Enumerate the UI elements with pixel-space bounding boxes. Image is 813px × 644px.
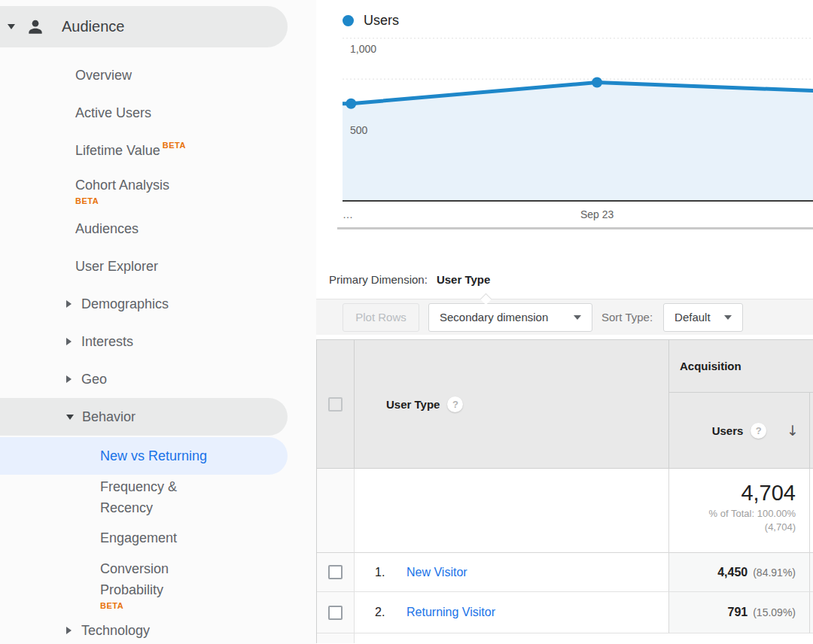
y-axis-label: 1,000 — [350, 43, 376, 55]
ga-audience-screen: Audience Overview Active Users Lifetime … — [0, 0, 813, 644]
chevron-right-icon — [66, 375, 72, 383]
dimension-column-header: User Type ? — [355, 340, 669, 469]
table-row: 1. New Visitor — [355, 553, 669, 592]
primary-dimension-label: Primary Dimension: — [329, 273, 428, 286]
sidebar-item-new-vs-returning[interactable]: New vs Returning — [0, 437, 288, 475]
series-dot-icon — [343, 15, 354, 26]
sidebar-section-audience[interactable]: Audience — [0, 6, 288, 47]
beta-badge: BETA — [163, 141, 186, 150]
summary-users-cell: 4,704 % of Total: 100.00% (4,704) — [669, 469, 810, 553]
report-toolbar: Plot Rows Secondary dimension Sort Type:… — [316, 299, 813, 335]
row-users-cell: 791 (15.09%) — [669, 592, 810, 633]
sidebar-item-behavior[interactable]: Behavior — [0, 398, 288, 436]
chart-legend: Users — [316, 0, 813, 30]
select-all-checkbox[interactable] — [328, 397, 343, 412]
summary-checkbox-cell — [317, 469, 355, 553]
sort-type-label: Sort Type: — [601, 311, 653, 324]
sort-desc-icon[interactable]: ↓ — [787, 422, 799, 439]
row-sliver — [810, 553, 813, 592]
table-row: 2. Returning Visitor — [355, 592, 669, 633]
help-icon[interactable]: ? — [751, 423, 766, 439]
secondary-dimension-dropdown[interactable]: Secondary dimension — [428, 303, 592, 332]
sidebar-item-active-users[interactable]: Active Users — [0, 94, 316, 132]
table-footer — [317, 633, 355, 643]
row-checkbox-cell — [317, 592, 355, 633]
sidebar-section-label: Audience — [62, 18, 124, 35]
users-line-chart — [343, 30, 813, 202]
summary-dimension-cell — [355, 469, 669, 553]
table-footer — [355, 633, 813, 643]
sidebar-item-frequency-recency[interactable]: Frequency & Recency — [0, 475, 316, 520]
summary-sliver — [810, 469, 813, 553]
row-index: 1. — [375, 566, 406, 579]
sidebar-item-geo[interactable]: Geo — [0, 360, 316, 398]
row-users-cell: 4,450 (84.91%) — [669, 553, 810, 592]
sort-type-dropdown[interactable]: Default — [663, 303, 743, 332]
sidebar-items: Overview Active Users Lifetime ValueBETA… — [0, 56, 316, 644]
y-axis-label: 500 — [350, 124, 367, 136]
users-column-header[interactable]: Users ? ↓ — [669, 393, 810, 469]
sidebar: Audience Overview Active Users Lifetime … — [0, 0, 316, 644]
chevron-right-icon — [66, 627, 72, 634]
sidebar-item-user-explorer[interactable]: User Explorer — [0, 248, 316, 285]
row-checkbox[interactable] — [328, 606, 343, 620]
pct-of-total-value: (4,704) — [765, 521, 796, 533]
sidebar-item-demographics[interactable]: Demographics — [0, 285, 316, 323]
row-index: 2. — [375, 606, 406, 619]
users-chart: Users 1,000500 …Sep 23 — [316, 0, 813, 229]
sidebar-item-conversion-probability[interactable]: Conversion Probability BETA — [0, 556, 316, 612]
sidebar-item-overview[interactable]: Overview — [0, 56, 316, 94]
collapse-arrow-icon — [8, 24, 15, 29]
header-checkbox-cell — [317, 340, 355, 469]
beta-badge: BETA — [75, 196, 99, 205]
plot-rows-button[interactable]: Plot Rows — [343, 303, 419, 332]
primary-dimension-row: Primary Dimension: User Type — [316, 260, 813, 299]
acquisition-group-header: Acquisition — [669, 340, 813, 393]
row-checkbox-cell — [317, 553, 355, 592]
sidebar-item-cohort-analysis[interactable]: Cohort Analysis BETA — [0, 169, 316, 210]
row-checkbox[interactable] — [328, 565, 343, 579]
sidebar-item-lifetime-value[interactable]: Lifetime ValueBETA — [0, 132, 316, 169]
chart-plot-area: 1,000500 — [343, 30, 813, 202]
legend-label: Users — [364, 13, 399, 29]
next-column-sliver — [810, 393, 813, 469]
audience-person-icon — [26, 17, 45, 37]
x-axis-label: Sep 23 — [580, 208, 614, 220]
beta-badge: BETA — [100, 601, 123, 610]
sidebar-item-engagement[interactable]: Engagement — [0, 520, 316, 556]
report-table: User Type ? Acquisition Users ? ↓ 4,704 … — [316, 339, 813, 643]
report-content: Users 1,000500 …Sep 23 Primary Dimension… — [316, 0, 813, 644]
row-link-returning-visitor[interactable]: Returning Visitor — [406, 606, 495, 619]
chevron-down-icon — [574, 315, 581, 320]
x-axis-labels: …Sep 23 — [343, 202, 813, 227]
chevron-right-icon — [66, 300, 72, 308]
pct-of-total: % of Total: 100.00% — [709, 508, 796, 519]
x-axis-label: … — [343, 208, 353, 220]
row-link-new-visitor[interactable]: New Visitor — [406, 566, 467, 579]
row-sliver — [810, 592, 813, 633]
chart-timeline-divider — [337, 227, 813, 229]
chevron-down-icon — [66, 415, 74, 420]
chevron-right-icon — [66, 338, 72, 345]
chevron-down-icon — [724, 315, 732, 320]
primary-dimension-tab-user-type[interactable]: User Type — [437, 273, 490, 286]
users-total: 4,704 — [741, 481, 796, 506]
help-icon[interactable]: ? — [447, 396, 463, 412]
sidebar-item-technology[interactable]: Technology — [0, 612, 316, 644]
sidebar-item-audiences[interactable]: Audiences — [0, 210, 316, 248]
sidebar-item-interests[interactable]: Interests — [0, 323, 316, 360]
